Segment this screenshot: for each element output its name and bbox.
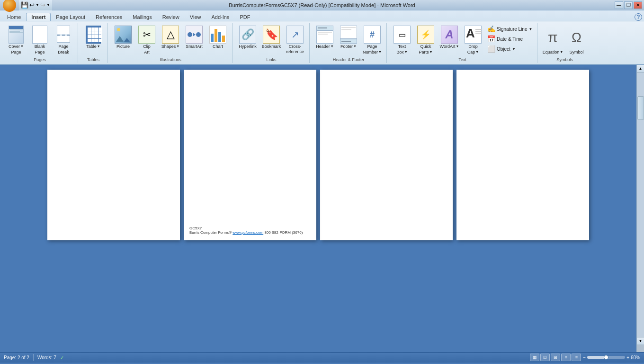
window-controls: — ❐ ✕ bbox=[615, 1, 642, 9]
window-title: BurrisComputerFormsGC5X7 (Read-Only) [Co… bbox=[229, 2, 415, 8]
signature-line-icon: ✍ bbox=[487, 25, 495, 33]
page-2: GC5X7 Burris Computer Forms® www.pcforms… bbox=[184, 70, 316, 240]
scroll-down-button[interactable]: ▼ bbox=[637, 337, 644, 345]
spellcheck-icon[interactable]: ✓ bbox=[60, 355, 64, 360]
print-layout-view-button[interactable]: ▦ bbox=[530, 354, 539, 361]
equation-button[interactable]: π Equation ▼ bbox=[541, 24, 564, 56]
text-group-items: ▭ Text Box ▼ ⚡ Quick Parts ▼ A WordArt ▼ bbox=[391, 24, 534, 56]
status-right: ▦ ⊡ ⊞ ≡ ≡ − + 60% bbox=[530, 354, 640, 361]
bookmark-button[interactable]: 🔖 Bookmark bbox=[260, 24, 283, 51]
view-buttons: ▦ ⊡ ⊞ ≡ ≡ bbox=[530, 354, 581, 361]
pcforms-link[interactable]: www.pcforms.com bbox=[233, 230, 263, 235]
web-layout-view-button[interactable]: ⊞ bbox=[551, 354, 560, 361]
draft-view-button[interactable]: ≡ bbox=[572, 354, 581, 361]
undo-icon[interactable]: ↩ bbox=[29, 1, 35, 9]
ribbon-group-illustrations: Picture ✂ Clip Art △ Shapes ▼ bbox=[109, 23, 233, 63]
smart-art-button[interactable]: SmartArt bbox=[183, 24, 206, 51]
zoom-slider[interactable] bbox=[587, 356, 625, 359]
tab-add-ins[interactable]: Add-Ins bbox=[206, 13, 234, 21]
customize-quick-access-icon[interactable]: ▼ bbox=[46, 3, 50, 7]
ribbon-group-header-footer: Header ▼ Footer ▼ bbox=[311, 23, 387, 63]
tab-references[interactable]: References bbox=[90, 13, 127, 21]
ribbon-group-tables: Table ▼ Tables bbox=[79, 23, 108, 63]
symbol-button[interactable]: Ω Symbol bbox=[565, 24, 588, 56]
zoom-minus-button[interactable]: − bbox=[583, 355, 586, 360]
ribbon-group-symbols: π Equation ▼ Ω Symbol Symbols bbox=[538, 23, 590, 63]
chart-button[interactable]: Chart bbox=[206, 24, 229, 51]
table-button[interactable]: Table ▼ bbox=[82, 24, 105, 51]
help-icon[interactable]: ? bbox=[635, 13, 642, 21]
page-2-footer-line1: GC5X7 bbox=[189, 226, 303, 230]
restore-button[interactable]: ❐ bbox=[624, 1, 633, 9]
minimize-button[interactable]: — bbox=[615, 1, 623, 9]
signature-line-button[interactable]: ✍ Signature Line ▼ bbox=[485, 24, 534, 34]
vertical-scrollbar[interactable]: ▲ ▼ bbox=[636, 65, 644, 352]
text-extras-column: ✍ Signature Line ▼ 📅 Date & Time ⬜ Objec… bbox=[485, 24, 534, 54]
links-group-label: Links bbox=[266, 56, 276, 62]
ribbon-group-text: ▭ Text Box ▼ ⚡ Quick Parts ▼ A WordArt ▼ bbox=[388, 23, 537, 63]
full-screen-view-button[interactable]: ⊡ bbox=[540, 354, 550, 361]
office-orb[interactable] bbox=[3, 0, 16, 12]
links-group-items: 🔗 Hyperlink 🔖 Bookmark ↗ Cross-reference bbox=[236, 24, 306, 56]
undo-dropdown-icon[interactable]: ▼ bbox=[36, 3, 39, 7]
tab-page-layout[interactable]: Page Layout bbox=[51, 13, 90, 21]
zoom-slider-thumb[interactable] bbox=[604, 355, 608, 360]
header-button[interactable]: Header ▼ bbox=[313, 24, 336, 51]
pages-group-label: Pages bbox=[34, 56, 46, 62]
picture-button[interactable]: Picture bbox=[112, 24, 134, 51]
tab-mailings[interactable]: Mailings bbox=[127, 13, 157, 21]
cross-reference-button[interactable]: ↗ Cross-reference bbox=[284, 24, 306, 56]
header-footer-group-label: Header & Footer bbox=[333, 56, 365, 62]
words-info: Words: 7 bbox=[37, 355, 56, 360]
ribbon-group-links: 🔗 Hyperlink 🔖 Bookmark ↗ Cross-reference… bbox=[233, 23, 310, 63]
page-3 bbox=[320, 70, 453, 240]
tab-pdf[interactable]: PDF bbox=[234, 13, 255, 21]
tab-insert[interactable]: Insert bbox=[26, 13, 51, 21]
page-2-footer: GC5X7 Burris Computer Forms® www.pcforms… bbox=[189, 226, 303, 235]
zoom-controls: − + 60% bbox=[583, 355, 640, 360]
status-bar: Page: 2 of 2 Words: 7 ✓ ▦ ⊡ ⊞ ≡ ≡ − + 60… bbox=[0, 352, 644, 363]
save-icon[interactable]: 💾 bbox=[21, 1, 28, 9]
ribbon: Home Insert Page Layout References Maili… bbox=[0, 10, 644, 65]
page-break-button[interactable]: Page Break bbox=[52, 24, 75, 56]
clip-art-button[interactable]: ✂ Clip Art bbox=[135, 24, 158, 56]
ribbon-group-pages: Cover ▼ Page Blank Page bbox=[2, 23, 78, 63]
cover-page-button[interactable]: Cover ▼ Page bbox=[5, 24, 27, 56]
drop-cap-button[interactable]: A Drop Cap ▼ bbox=[462, 24, 484, 56]
date-time-icon: 📅 bbox=[487, 35, 495, 43]
redo-icon[interactable]: ↪ bbox=[40, 1, 45, 9]
zoom-plus-button[interactable]: + bbox=[626, 355, 629, 360]
date-time-button[interactable]: 📅 Date & Time bbox=[485, 34, 534, 44]
object-button[interactable]: ⬜ Object ▼ bbox=[485, 44, 534, 54]
page-1 bbox=[47, 70, 180, 240]
resize-handle bbox=[637, 345, 644, 352]
tab-view[interactable]: View bbox=[185, 13, 206, 21]
symbols-group-items: π Equation ▼ Ω Symbol bbox=[541, 24, 588, 56]
illustrations-group-items: Picture ✂ Clip Art △ Shapes ▼ bbox=[112, 24, 229, 56]
scroll-up-button[interactable]: ▲ bbox=[637, 65, 644, 73]
header-footer-group-items: Header ▼ Footer ▼ bbox=[313, 24, 384, 56]
page-number-button[interactable]: # Page Number ▼ bbox=[361, 24, 384, 56]
tab-home[interactable]: Home bbox=[2, 13, 26, 21]
zoom-level[interactable]: 60% bbox=[631, 355, 640, 360]
pages-group-items: Cover ▼ Page Blank Page bbox=[5, 24, 75, 56]
text-box-button[interactable]: ▭ Text Box ▼ bbox=[391, 24, 413, 56]
document-canvas: GC5X7 Burris Computer Forms® www.pcforms… bbox=[0, 65, 636, 352]
shapes-button[interactable]: △ Shapes ▼ bbox=[159, 24, 182, 51]
outline-view-button[interactable]: ≡ bbox=[561, 354, 571, 361]
wordart-button[interactable]: A WordArt ▼ bbox=[438, 24, 461, 51]
footer-button[interactable]: Footer ▼ bbox=[337, 24, 360, 51]
blank-page-button[interactable]: Blank Page bbox=[28, 24, 51, 56]
status-left: Page: 2 of 2 Words: 7 ✓ bbox=[4, 354, 64, 361]
hyperlink-button[interactable]: 🔗 Hyperlink bbox=[236, 24, 259, 51]
scroll-thumb[interactable] bbox=[637, 96, 644, 120]
illustrations-group-label: Illustrations bbox=[160, 56, 181, 62]
ribbon-content: Cover ▼ Page Blank Page bbox=[0, 21, 644, 64]
close-button[interactable]: ✕ bbox=[634, 1, 642, 9]
quick-parts-button[interactable]: ⚡ Quick Parts ▼ bbox=[414, 24, 437, 56]
page-4 bbox=[456, 70, 589, 240]
page-info: Page: 2 of 2 bbox=[4, 355, 29, 360]
page-2-footer-line2: Burris Computer Forms® www.pcforms.com 8… bbox=[189, 230, 303, 235]
tab-review[interactable]: Review bbox=[157, 13, 185, 21]
tables-group-label: Tables bbox=[87, 56, 99, 62]
